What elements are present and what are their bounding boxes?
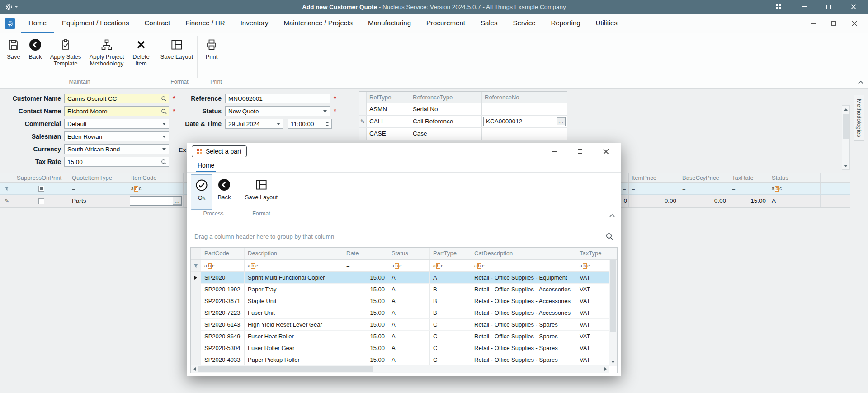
quoteitemtype-cell[interactable]: Parts xyxy=(69,195,128,207)
chevron-down-icon[interactable] xyxy=(274,119,282,128)
salesman-dropdown[interactable]: Eden Rowan xyxy=(64,131,169,141)
partial-value-cell[interactable]: 0 xyxy=(622,195,629,207)
scrollbar-thumb[interactable] xyxy=(843,114,849,139)
taxrate-filter-cell[interactable]: = xyxy=(729,183,769,194)
taxrate-cell[interactable]: 15.00 xyxy=(729,195,769,207)
table-row[interactable]: CASE Case xyxy=(359,128,567,140)
scroll-up-button[interactable] xyxy=(842,106,849,113)
status-cell[interactable]: A xyxy=(769,195,821,207)
scrollbar-thumb[interactable] xyxy=(610,260,616,332)
column-header-parttype[interactable]: PartType xyxy=(430,248,471,259)
column-header-referenceno[interactable]: ReferenceNo xyxy=(482,92,567,103)
baseccyprice-filter-cell[interactable]: = xyxy=(679,183,729,194)
apply-project-methodology-button[interactable]: Apply Project Methodology xyxy=(85,35,128,67)
partial-filter-cell[interactable]: = xyxy=(622,183,629,194)
table-row[interactable]: SP2020-6143 High Yield Reset Lever Gear … xyxy=(191,319,609,331)
itemcode-editor[interactable]: … xyxy=(130,196,182,206)
table-row[interactable]: SP2020-1992 Paper Tray 15.00 A B Retail … xyxy=(191,284,609,295)
dialog-maximize-button[interactable] xyxy=(578,149,582,154)
print-button[interactable]: Print xyxy=(200,35,223,60)
scroll-down-button[interactable] xyxy=(609,358,617,366)
table-row[interactable]: SP2020-5304 Fuser Roller Gear 15.00 A C … xyxy=(191,342,609,354)
column-header-taxtype[interactable]: TaxType xyxy=(576,248,609,259)
dialog-collapse-chevron-icon[interactable] xyxy=(609,212,615,219)
ribbon-collapse-chevron-icon[interactable] xyxy=(856,79,865,86)
scroll-left-button[interactable] xyxy=(191,365,198,373)
quoteitemtype-filter-cell[interactable]: = xyxy=(69,183,128,194)
ellipsis-button[interactable]: … xyxy=(557,117,565,125)
ribbon-tab-inventory[interactable]: Inventory xyxy=(233,14,276,33)
dialog-minimize-button[interactable] xyxy=(552,151,557,152)
ribbon-tab-manufacturing[interactable]: Manufacturing xyxy=(360,14,419,33)
app-close-button[interactable] xyxy=(848,18,861,29)
date-field[interactable]: 29 Jul 2024 xyxy=(225,119,283,129)
window-titlebar[interactable]: Add new Customer Quote - Nucleus Service… xyxy=(0,0,868,14)
save-button[interactable]: Save xyxy=(3,35,24,60)
close-button[interactable] xyxy=(851,4,856,9)
status-dropdown[interactable]: New Quote xyxy=(225,106,330,116)
partcode-filter-cell[interactable]: abc xyxy=(201,260,245,271)
column-header-partcode[interactable]: PartCode xyxy=(201,248,245,259)
dialog-tab-home[interactable]: Home xyxy=(196,159,216,172)
column-header-status[interactable]: Status xyxy=(769,173,821,182)
parttype-filter-cell[interactable]: abc xyxy=(430,260,471,271)
save-layout-button[interactable]: Save Layout xyxy=(159,35,195,60)
table-row[interactable]: ✎ CALL Call Reference KCA0000012 … xyxy=(359,116,567,128)
description-filter-cell[interactable]: abc xyxy=(245,260,343,271)
reference-field[interactable]: MNU062001 xyxy=(225,94,330,103)
baseccyprice-cell[interactable]: 0.00 xyxy=(679,195,729,207)
apply-sales-template-button[interactable]: Apply Sales Template xyxy=(46,35,85,67)
dialog-save-layout-button[interactable]: Save Layout xyxy=(241,174,281,210)
column-header-referencetype[interactable]: ReferenceType xyxy=(410,92,482,103)
column-header-taxrate[interactable]: TaxRate xyxy=(729,173,769,182)
sidebar-tab-methodologies[interactable]: Methodologies xyxy=(854,95,864,141)
minimize-button[interactable] xyxy=(802,6,807,7)
suppress-filter-cell[interactable] xyxy=(14,183,69,194)
column-header-itemcode[interactable]: ItemCode xyxy=(128,173,184,182)
reference-no-editor[interactable]: KCA0000012 … xyxy=(483,117,566,126)
ribbon-tab-maintenance-projects[interactable]: Maintenance / Projects xyxy=(276,14,360,33)
dialog-back-button[interactable]: Back xyxy=(213,174,235,210)
column-header-rate[interactable]: Rate xyxy=(343,248,388,259)
restore-button[interactable] xyxy=(826,5,831,9)
chevron-down-icon[interactable] xyxy=(160,132,168,141)
column-header-itemprice[interactable]: ItemPrice xyxy=(629,173,679,182)
ribbon-tab-home[interactable]: Home xyxy=(21,14,54,33)
itemprice-cell[interactable]: 0.00 xyxy=(629,195,679,207)
ribbon-tab-contract[interactable]: Contract xyxy=(137,14,178,33)
delete-item-button[interactable]: Delete Item xyxy=(128,35,154,67)
ribbon-tab-service[interactable]: Service xyxy=(505,14,543,33)
app-restore-button[interactable] xyxy=(827,18,840,29)
taxtype-filter-cell[interactable]: abc xyxy=(576,260,609,271)
table-row[interactable]: ASMN Serial No xyxy=(359,103,567,116)
customer-name-field[interactable]: Cairns Oscroft CC xyxy=(64,94,169,103)
app-minimize-button[interactable] xyxy=(807,18,819,29)
suppress-checkbox[interactable] xyxy=(14,195,69,207)
rate-filter-cell[interactable]: = xyxy=(343,260,388,271)
itemcode-filter-cell[interactable]: abc xyxy=(128,183,184,194)
ribbon-tab-finance-hr[interactable]: Finance / HR xyxy=(178,14,233,33)
ribbon-tab-sales[interactable]: Sales xyxy=(473,14,505,33)
back-button[interactable]: Back xyxy=(24,35,46,60)
column-header-status[interactable]: Status xyxy=(388,248,430,259)
table-row[interactable]: SP2020 Sprint Multi Functional Copier 15… xyxy=(191,272,609,284)
ribbon-tab-equipment-locations[interactable]: Equipment / Locations xyxy=(54,14,137,33)
column-header-catdescription[interactable]: CatDescription xyxy=(471,248,576,259)
column-header-partial[interactable] xyxy=(622,173,629,182)
table-row[interactable]: SP2020-3671 Staple Unit 15.00 A B Retail… xyxy=(191,295,609,307)
table-row[interactable]: SP2020-7223 Fuser Unit 15.00 A B Retail … xyxy=(191,307,609,319)
itemprice-filter-cell[interactable]: = xyxy=(629,183,679,194)
ribbon-tab-utilities[interactable]: Utilities xyxy=(588,14,625,33)
chevron-down-icon[interactable] xyxy=(321,107,329,116)
scroll-down-button[interactable] xyxy=(842,162,849,169)
group-by-panel[interactable]: Drag a column header here to group by th… xyxy=(187,228,621,244)
titlebar-menu[interactable] xyxy=(0,4,18,10)
scroll-right-button[interactable] xyxy=(602,365,609,373)
catdescription-filter-cell[interactable]: abc xyxy=(471,260,576,271)
ok-button[interactable]: Ok xyxy=(191,174,212,210)
tax-rate-field[interactable]: 15.00 xyxy=(64,157,169,167)
contact-name-field[interactable]: Richard Moore xyxy=(64,106,169,116)
column-header-reftype[interactable]: RefType xyxy=(367,92,410,103)
column-header-description[interactable]: Description xyxy=(245,248,343,259)
column-header-suppressonprint[interactable]: SuppressOnPrint xyxy=(14,173,69,182)
